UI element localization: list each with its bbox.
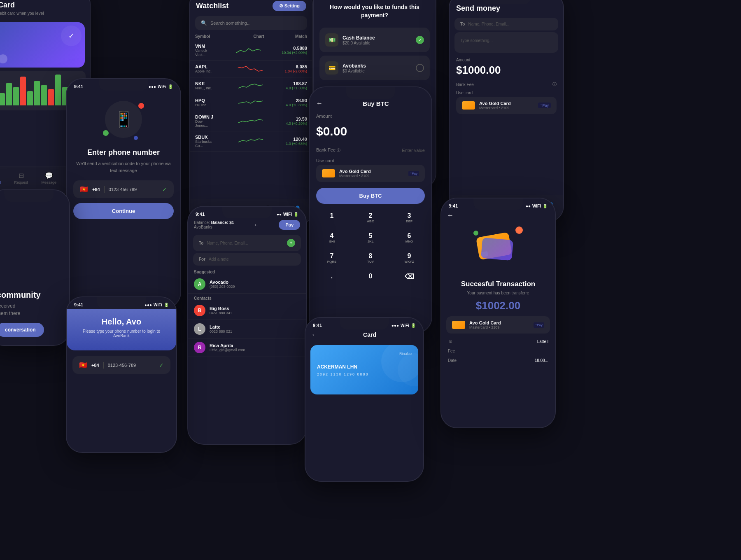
col-chart: Chart <box>254 34 264 39</box>
send-money-title: Send money <box>450 1 563 16</box>
balance-label: Balance: Balance: $1 <box>194 220 234 225</box>
success-card-type: Mastercard • 2109 <box>469 325 501 329</box>
success-subtitle: Your payment has been transferre <box>448 291 548 295</box>
phone-input-field[interactable]: 🇻🇳 +84 0123-456-789 ✓ <box>73 180 174 198</box>
card-option[interactable]: Avo Gold Card Mastercard • 2109 ⁺Pay <box>456 97 557 114</box>
stock-aapl[interactable]: AAPLApple Inc. 6.0851.04 (-2.00%) <box>190 61 312 77</box>
contact-rica[interactable]: R Rica Aprita Little_girl@gmail.com <box>188 338 306 357</box>
key-3[interactable]: 3DEF <box>390 208 428 227</box>
suggested-section: Suggested <box>188 267 306 275</box>
key-0[interactable]: 0 <box>352 268 389 285</box>
community-phone: community received them there conversati… <box>0 189 70 346</box>
key-4[interactable]: 4GHI <box>313 228 351 247</box>
bigboss-name: Big Boss <box>210 306 232 311</box>
bank-name: AvoBanks <box>194 225 234 229</box>
bank-fee-label: Bank Fee <box>456 82 474 87</box>
card-back-arrow[interactable]: ← <box>311 331 318 338</box>
success-amount: $1002.00 <box>448 299 548 312</box>
key-1[interactable]: 1 <box>313 208 351 227</box>
pay-button[interactable]: Pay <box>279 220 300 230</box>
nav-request[interactable]: ⊟ Request <box>14 172 28 184</box>
success-back-arrow[interactable]: ← <box>447 212 454 219</box>
key-2[interactable]: 2ABC <box>352 208 389 227</box>
success-phone: 9:41 ●●WiFi🔋 ← Succesful Transaction You… <box>440 198 556 428</box>
enter-phone-subtitle: We'll send a verification code to your p… <box>75 160 172 174</box>
stock-vnm[interactable]: VNMVaneck Vect... 0.588810.04 (+2.00%) <box>190 40 312 61</box>
nav-dashboard[interactable]: ⊞ Dashboard <box>0 172 1 184</box>
buy-btc-title: Buy BTC <box>327 100 425 107</box>
buy-btc-phone: ← Buy BTC Amount $0.00 Bank Fee ⓘ Enter … <box>309 86 432 334</box>
latte-name: Latte <box>210 324 232 329</box>
key-5[interactable]: 5JKL <box>352 228 389 247</box>
hello-avo-phone-value: 0123-456-789 <box>108 363 155 368</box>
cash-balance-option[interactable]: 💵 Cash Balance $20.0 Available ✓ <box>319 28 430 52</box>
key-7[interactable]: 7PQRS <box>313 248 351 268</box>
hello-avo-phone: 9:41 ●●●WiFi🔋 Hello, Avo Please type you… <box>66 296 177 453</box>
key-backspace[interactable]: ⌫ <box>390 268 428 285</box>
col-symbol: Symbol <box>195 34 210 39</box>
key-8[interactable]: 8TUV <box>352 248 389 268</box>
key-6[interactable]: 6MNO <box>390 228 428 247</box>
avocado-avatar: A <box>194 278 205 290</box>
search-field[interactable]: 🔍 Search something... <box>195 16 307 30</box>
success-title: Succesful Transaction <box>448 280 548 288</box>
amount-label: Amount <box>456 58 557 62</box>
key-9[interactable]: 9WXYZ <box>390 248 428 268</box>
enter-phone-title: Enter phone number <box>75 148 172 157</box>
use-card-label: Use card <box>456 91 557 95</box>
card-phone: 9:41 ●●●WiFi🔋 ← Card Rinalco ACKERMAN LH… <box>305 317 424 482</box>
country-code: +84 <box>92 187 100 192</box>
nav-message[interactable]: 💬 Message <box>41 172 56 184</box>
our-card-title: Our Card <box>0 1 83 9</box>
to-field-label: To <box>199 241 203 245</box>
avobanks-option[interactable]: 💳 Avobanks $0 Available <box>319 56 430 80</box>
contacts-section: Contacts <box>188 294 306 301</box>
back-arrow-btc[interactable]: ← <box>316 100 323 107</box>
avobanks-amount: $0 Available <box>343 69 366 73</box>
contact-bigboss[interactable]: B Big Boss 0451 880 341 <box>188 301 306 320</box>
conversation-button[interactable]: conversation <box>0 323 44 337</box>
community-title: community <box>0 290 61 300</box>
avocado-phone: (050) 203-0029 <box>210 285 235 289</box>
rica-phone: Little_girl@gmail.com <box>210 348 245 352</box>
latte-avatar: L <box>194 323 205 335</box>
search-placeholder: Search something... <box>210 21 251 26</box>
setting-button[interactable]: ⚙ Setting <box>273 1 306 11</box>
status-bar-5: 9:41 ●●●WiFi🔋 <box>67 79 180 91</box>
enter-phone-phone: 9:41 ●●●WiFi🔋 📱 Enter phone number We'll… <box>66 78 181 309</box>
continue-button[interactable]: Continue <box>73 203 174 219</box>
card-name: Avo Gold Card <box>479 101 511 106</box>
buy-btc-button[interactable]: Buy BTC <box>316 188 425 204</box>
date-detail-label: Date <box>448 358 457 363</box>
community-text1: received <box>0 303 61 309</box>
stock-downj[interactable]: DOWN JDow Jones... 19.594.0 (+0.20%) <box>190 111 312 131</box>
fee-label: Fee <box>448 349 455 353</box>
amount-value: $1000.00 <box>456 64 557 77</box>
hello-avo-phone-input[interactable]: 🇻🇳 +84 0123-456-789 ✓ <box>72 356 170 374</box>
watchlist-phone: Watchlist ⚙ Setting 🔍 Search something..… <box>189 0 313 226</box>
btc-bank-fee-placeholder: Enter value <box>402 148 425 153</box>
to-placeholder: Name, Phone, Email... <box>468 22 509 26</box>
to-detail-value: Latte l <box>537 339 548 344</box>
status-bar-10: 9:41 ●●●WiFi🔋 <box>305 318 423 329</box>
for-input-placeholder: Add a note <box>209 257 228 261</box>
btc-card-option[interactable]: Avo Gold Card Mastercard • 2109 ⁺Pay <box>316 165 425 182</box>
key-dot[interactable]: . <box>313 268 351 285</box>
stock-sbux[interactable]: SBUXStarbucks Co... 120.401.0 (+0.68%) <box>190 131 312 152</box>
pay-transfer-phone: 9:41 ●●WiFi🔋 Balance: Balance: $1 AvoBan… <box>187 206 307 445</box>
bigboss-avatar: B <box>194 305 205 316</box>
message-placeholder: Type something... <box>460 38 493 43</box>
stock-nke[interactable]: NKENIKE, Inc. 168.874.0 (+1.30%) <box>190 77 312 94</box>
rica-name: Rica Aprita <box>210 343 245 348</box>
stock-hpq[interactable]: HPQHP Inc. 28.934.0 (+0.38%) <box>190 94 312 111</box>
contact-latte[interactable]: L Latte 0023 880 021 <box>188 320 306 338</box>
btc-amount-label: Amount <box>316 114 425 119</box>
bigboss-phone: 0451 880 341 <box>210 311 232 315</box>
to-input-placeholder: Name, Phone, Email... <box>207 241 284 245</box>
col-match: Match <box>295 34 307 39</box>
to-input[interactable]: To Name, Phone, Email... + <box>193 235 301 251</box>
fund-title: How would you like to funds this payment… <box>314 0 436 24</box>
for-input[interactable]: For Add a note <box>193 253 301 266</box>
contact-avocado[interactable]: A Avocado (050) 203-0029 <box>188 275 306 294</box>
btc-card-name: Avo Gold Card <box>339 169 371 174</box>
